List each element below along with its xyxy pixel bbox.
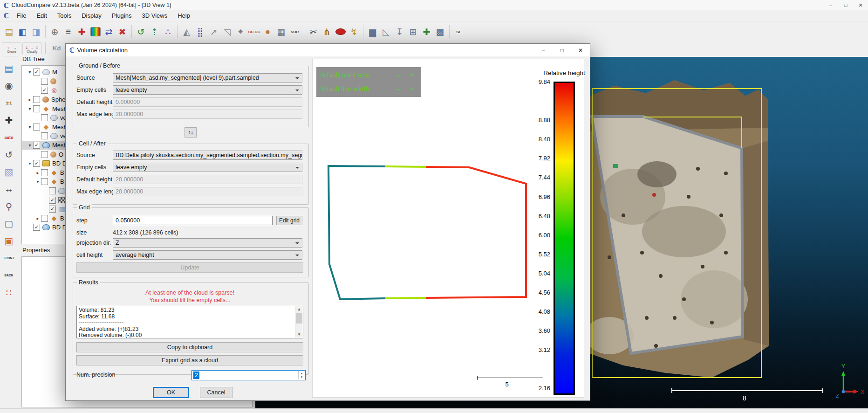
scroll-down-icon[interactable]: ▼ bbox=[295, 331, 303, 338]
tree-expand-icon[interactable]: ▾ bbox=[34, 179, 41, 184]
ground-empty-cells-combobox[interactable]: leave empty bbox=[113, 85, 302, 95]
window-minimize-button[interactable]: – bbox=[823, 0, 838, 10]
tree-checkbox[interactable] bbox=[33, 96, 40, 103]
tree-checkbox[interactable]: ✓ bbox=[49, 206, 56, 213]
tree-expand-icon[interactable]: ▸ bbox=[34, 170, 41, 175]
update-button[interactable]: Update bbox=[76, 262, 303, 273]
open-icon[interactable]: ▤ bbox=[3, 25, 15, 39]
tree-expand-icon[interactable]: ▾ bbox=[27, 124, 33, 130]
register-icon[interactable]: ⌖ bbox=[234, 25, 247, 39]
point-pairs-icon[interactable]: ∷ bbox=[1, 284, 16, 301]
rotate-view-icon[interactable]: ↺ bbox=[1, 146, 16, 163]
add-constant-icon[interactable]: ✚ bbox=[420, 25, 433, 39]
tree-checkbox[interactable]: ✓ bbox=[41, 87, 48, 94]
tree-checkbox[interactable] bbox=[41, 178, 48, 185]
tree-checkbox[interactable] bbox=[33, 105, 40, 112]
delete-icon[interactable]: ✖ bbox=[116, 25, 129, 39]
tree-checkbox[interactable] bbox=[49, 187, 56, 194]
clay-primitive-icon[interactable]: ● bbox=[261, 25, 274, 39]
front-face-cube-icon[interactable]: ▣ bbox=[1, 232, 16, 249]
results-box[interactable]: Volume: 81.23 Surface: 11.68 -----------… bbox=[76, 306, 303, 338]
tree-expand-icon[interactable]: ▾ bbox=[27, 143, 33, 148]
tree-checkbox[interactable]: ✓ bbox=[49, 197, 56, 204]
ground-source-combobox[interactable]: Mesh[Mesh_asd.my_segmented] (level 9).pa… bbox=[113, 73, 302, 83]
tree-checkbox[interactable] bbox=[41, 215, 48, 222]
edit-grid-button[interactable]: Edit grid bbox=[276, 216, 302, 225]
tree-expand-icon[interactable]: ▾ bbox=[27, 161, 33, 166]
dialog-minimize-button[interactable]: – bbox=[534, 44, 553, 56]
projection-dir-combobox[interactable]: Z bbox=[113, 238, 302, 248]
apply-transformation-icon[interactable]: ⇄ bbox=[103, 25, 115, 39]
global-shift-icon[interactable]: ⊕ bbox=[48, 25, 61, 39]
tree-checkbox[interactable]: ✓ bbox=[33, 69, 40, 76]
save-copy-icon[interactable]: ◨ bbox=[30, 25, 42, 39]
auto-pick-center-icon[interactable]: auto bbox=[1, 129, 16, 146]
cross-section-icon[interactable]: ✂ bbox=[307, 25, 320, 39]
translate-rotate-icon[interactable]: ↺ bbox=[135, 25, 147, 39]
cc-align-icon[interactable]: CC CC bbox=[248, 25, 260, 39]
ceil-source-combobox[interactable]: BD Delta piloty skuska.section.my_segmen… bbox=[113, 151, 302, 160]
slope-tool-icon[interactable]: ◺ bbox=[380, 25, 392, 39]
swap-ground-ceil-button[interactable]: ↑↓ bbox=[185, 127, 197, 138]
active-sf-lightning-icon[interactable]: ↯ bbox=[348, 25, 360, 39]
noise-filter-icon[interactable]: ∴ bbox=[162, 25, 174, 39]
cell-height-combobox[interactable]: average height bbox=[113, 250, 302, 260]
tree-expand-icon[interactable]: ▾ bbox=[27, 69, 33, 75]
save-icon[interactable]: ◧ bbox=[16, 25, 29, 39]
tree-checkbox[interactable] bbox=[41, 151, 48, 158]
color-scales-icon[interactable] bbox=[89, 25, 102, 39]
plugin-kd-icon[interactable]: Kd bbox=[53, 45, 61, 52]
copy-to-clipboard-button[interactable]: Copy to clipboard bbox=[76, 342, 303, 352]
console-icon[interactable]: ≡ bbox=[62, 25, 75, 39]
grid-step-input[interactable]: 0.050000 bbox=[113, 216, 273, 225]
window-close-button[interactable]: ✕ bbox=[853, 0, 868, 10]
tree-checkbox[interactable]: ✓ bbox=[33, 142, 40, 149]
fit-grid-icon[interactable]: ⊞ bbox=[407, 25, 419, 39]
histogram-icon[interactable]: ▆ bbox=[366, 25, 379, 39]
tree-expand-icon[interactable]: ▸ bbox=[27, 97, 33, 102]
zoom-1-1-icon[interactable]: 1:1 bbox=[1, 94, 16, 111]
tree-checkbox[interactable]: ✓ bbox=[33, 224, 40, 231]
menu-edit[interactable]: Edit bbox=[31, 11, 52, 20]
num-precision-input[interactable]: 2 ▲▼ bbox=[191, 370, 306, 380]
back-view-icon[interactable]: BACK bbox=[1, 267, 16, 284]
dialog-maximize-button[interactable]: □ bbox=[553, 44, 571, 56]
menu-3d-views[interactable]: 3D Views bbox=[137, 11, 172, 20]
point-list-picking-icon[interactable]: ✚ bbox=[75, 25, 88, 39]
zoom-view-icon[interactable]: ⚲ bbox=[1, 198, 16, 215]
cloud-mesh-distance-icon[interactable]: ◹ bbox=[221, 25, 233, 39]
iso-view-cube-icon[interactable]: ▧ bbox=[1, 163, 16, 180]
ceil-empty-cells-combobox[interactable]: leave empty bbox=[113, 163, 302, 172]
mesh-delaunay-icon[interactable]: ◭ bbox=[180, 25, 193, 39]
dialog-titlebar[interactable]: ℂ Volume calculation – □ ✕ bbox=[66, 44, 590, 56]
screenshot-camera-icon[interactable]: ◉ bbox=[1, 77, 16, 94]
menu-display[interactable]: Display bbox=[76, 11, 107, 20]
pick-rotation-center-icon[interactable]: ✚ bbox=[1, 111, 16, 129]
scroll-thumb[interactable] bbox=[296, 313, 302, 324]
tree-expand-icon[interactable]: ▸ bbox=[34, 216, 41, 221]
menu-file[interactable]: File bbox=[11, 11, 31, 20]
extract-segment-icon[interactable]: ⇡ bbox=[148, 25, 161, 39]
window-maximize-button[interactable]: □ bbox=[838, 0, 853, 10]
cloud-cloud-distance-icon[interactable]: ↗ bbox=[207, 25, 220, 39]
ok-button[interactable]: OK bbox=[153, 387, 189, 398]
project-down-icon[interactable]: ↧ bbox=[393, 25, 406, 39]
unroll-checker-icon[interactable]: ▦ bbox=[275, 25, 287, 39]
sample-points-icon[interactable]: ⣿ bbox=[194, 25, 206, 39]
menu-tools[interactable]: Tools bbox=[52, 11, 76, 20]
dialog-3d-preview[interactable]: default point size−+default line width−+… bbox=[312, 59, 584, 398]
display-settings-icon[interactable]: ▤ bbox=[1, 60, 16, 77]
tree-expand-icon[interactable]: ▾ bbox=[27, 106, 33, 111]
tree-checkbox[interactable] bbox=[41, 169, 48, 176]
pan-view-icon[interactable]: ↔ bbox=[1, 180, 16, 198]
tree-checkbox[interactable] bbox=[41, 78, 48, 85]
front-view-icon[interactable]: FRONT bbox=[1, 249, 16, 267]
scroll-up-icon[interactable]: ▲ bbox=[295, 306, 303, 313]
dialog-close-button[interactable]: ✕ bbox=[571, 44, 590, 56]
csf-disc-icon[interactable] bbox=[334, 25, 347, 39]
sor-filter-icon[interactable]: SOR bbox=[288, 25, 301, 39]
tree-checkbox[interactable]: ✓ bbox=[33, 160, 40, 167]
cancel-button[interactable]: Cancel bbox=[200, 387, 232, 398]
tree-checkbox[interactable] bbox=[41, 132, 48, 139]
top-view-cube-icon[interactable]: ▢ bbox=[1, 215, 16, 232]
